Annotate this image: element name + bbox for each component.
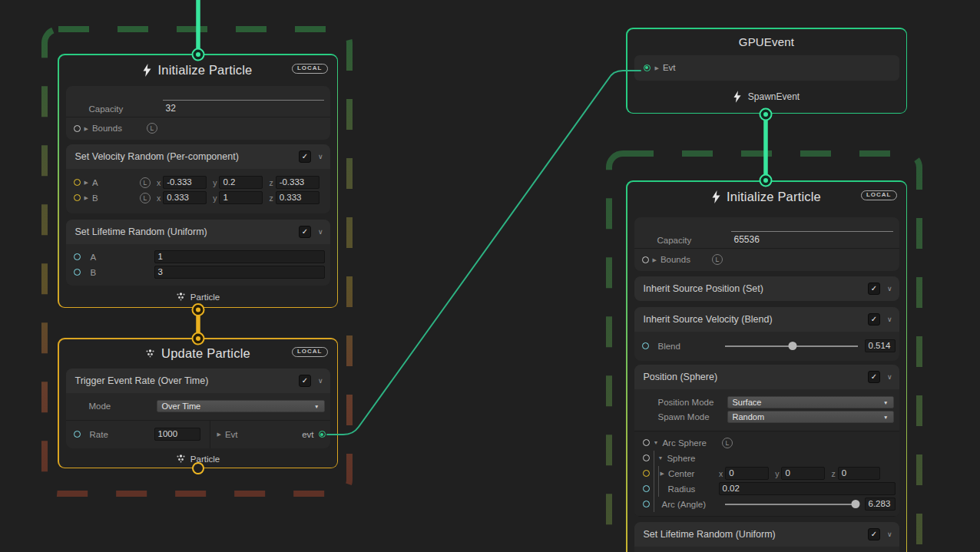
blend-port[interactable] [642, 342, 649, 349]
node-title-bar[interactable]: Update Particle LOCAL [59, 339, 337, 369]
lifetime-row-b: B 3 [66, 265, 330, 280]
node-title-bar[interactable]: GPUEvent [627, 29, 906, 55]
bounds-port[interactable] [74, 125, 81, 132]
node-title-bar[interactable]: Initialize Particle LOCAL [627, 182, 906, 213]
local-space-icon[interactable]: L [140, 193, 151, 203]
node-title: Update Particle [161, 346, 250, 361]
center-port[interactable] [643, 470, 650, 477]
arc-sphere-port[interactable] [643, 439, 650, 446]
chevron-down-icon[interactable]: ∨ [887, 316, 892, 323]
particle-output: Particle [59, 450, 337, 468]
rate-port[interactable] [74, 431, 81, 438]
a-z-field[interactable]: -0.333 [276, 176, 319, 189]
center-y-field[interactable]: 0 [781, 467, 825, 480]
chevron-down-icon[interactable]: ∨ [887, 531, 892, 538]
mode-dropdown[interactable]: Over Time ▼ [157, 400, 325, 412]
position-mode-dropdown[interactable]: Surface ▼ [727, 396, 894, 408]
settings-block: Capacity 65536 ▶ Bounds L [634, 217, 899, 271]
chevron-down-icon[interactable]: ∨ [318, 153, 323, 160]
spawn-mode-row: Spawn Mode Random ▼ [634, 410, 899, 425]
expander-icon[interactable]: ▶ [661, 471, 664, 476]
block-header[interactable]: Inherit Source Velocity (Blend) ✓ ∨ [634, 307, 899, 332]
block-enabled-checkbox[interactable]: ✓ [868, 283, 880, 295]
block-title: Set Velocity Random (Per-component) [75, 151, 239, 162]
expander-icon[interactable]: ▶ [84, 195, 88, 200]
a-port[interactable] [74, 179, 81, 186]
block-header[interactable]: Set Velocity Random (Per-component) ✓ ∨ [66, 144, 330, 169]
block-enabled-checkbox[interactable]: ✓ [868, 528, 880, 540]
block-header[interactable]: Set Lifetime Random (Uniform) ✓ ∨ [66, 220, 330, 244]
b-port[interactable] [74, 269, 81, 276]
block-title: Trigger Event Rate (Over Time) [75, 375, 209, 386]
b-z-field[interactable]: 0.333 [276, 191, 319, 204]
rate-field[interactable]: 1000 [154, 428, 200, 441]
b-y-field[interactable]: 1 [219, 191, 263, 204]
block-header[interactable]: Position (Sphere) ✓ ∨ [634, 365, 899, 389]
mode-value: Over Time [162, 402, 201, 411]
local-space-icon[interactable]: L [712, 254, 723, 265]
radius-port[interactable] [643, 485, 650, 492]
block-header[interactable]: Inherit Source Position (Set) ✓ ∨ [634, 276, 899, 301]
capacity-field[interactable]: 32 [163, 100, 324, 114]
a-field[interactable]: 1 [154, 250, 325, 263]
radius-field[interactable]: 0.02 [719, 482, 896, 495]
evt-input-port[interactable] [644, 64, 651, 71]
capacity-row: Capacity 65536 [634, 217, 899, 248]
expander-icon[interactable]: ▶ [655, 65, 659, 71]
arc-angle-slider[interactable] [725, 504, 858, 505]
initialize-particle-node-left[interactable]: Initialize Particle LOCAL Capacity 32 ▶ … [58, 54, 338, 308]
block-header[interactable]: Set Lifetime Random (Uniform) ✓ ∨ [634, 522, 899, 547]
spawn-mode-dropdown[interactable]: Random ▼ [727, 411, 894, 423]
expander-icon[interactable]: ▶ [84, 180, 88, 185]
local-badge: LOCAL [292, 64, 328, 74]
chevron-down-icon[interactable]: ∨ [887, 373, 892, 381]
blend-value-field[interactable]: 0.514 [865, 339, 896, 352]
local-space-icon[interactable]: L [140, 177, 151, 188]
expander-icon[interactable]: ▶ [653, 257, 657, 263]
block-enabled-checkbox[interactable]: ✓ [299, 226, 311, 238]
a-y-field[interactable]: 0.2 [219, 176, 263, 189]
block-enabled-checkbox[interactable]: ✓ [299, 150, 311, 163]
sphere-port[interactable] [643, 454, 650, 461]
block-header[interactable]: Trigger Event Rate (Over Time) ✓ ∨ [66, 369, 330, 393]
block-enabled-checkbox[interactable]: ✓ [868, 313, 880, 326]
arc-angle-value-field[interactable]: 6.283 [865, 497, 896, 511]
bounds-port[interactable] [642, 256, 649, 263]
position-mode-label: Position Mode [658, 398, 727, 407]
expander-icon[interactable]: ▶ [84, 126, 88, 131]
a-x-field[interactable]: -0.333 [163, 176, 207, 189]
chevron-down-icon[interactable]: ∨ [318, 377, 323, 385]
node-title-bar[interactable]: Initialize Particle LOCAL [59, 55, 337, 86]
chevron-down-icon[interactable]: ∨ [887, 285, 892, 293]
arc-angle-port[interactable] [643, 501, 650, 507]
block-enabled-checkbox[interactable]: ✓ [868, 371, 880, 383]
center-z-field[interactable]: 0 [838, 467, 880, 480]
arc-sphere-row: ▼ Arc Sphere L [634, 435, 899, 451]
b-port[interactable] [74, 194, 81, 201]
particle-icon [145, 349, 155, 358]
gpu-event-node[interactable]: GPUEvent ▶ Evt SpawnEvent [626, 28, 907, 114]
expander-down-icon[interactable]: ▼ [658, 455, 664, 461]
update-particle-node[interactable]: Update Particle LOCAL Trigger Event Rate… [58, 338, 338, 468]
y-axis-label: y [213, 178, 217, 187]
particle-output-label: Particle [190, 454, 220, 464]
local-space-icon[interactable]: L [147, 123, 157, 134]
blend-slider[interactable] [725, 345, 858, 347]
capacity-field[interactable]: 65536 [731, 231, 893, 245]
block-enabled-checkbox[interactable]: ✓ [299, 375, 311, 387]
z-axis-label: z [269, 193, 273, 203]
a-port[interactable] [74, 253, 81, 260]
evt-output-port[interactable] [319, 431, 326, 438]
initialize-particle-node-right[interactable]: Initialize Particle LOCAL Capacity 65536… [626, 180, 907, 552]
local-space-icon[interactable]: L [722, 438, 733, 448]
blend-slider-handle[interactable] [789, 342, 797, 350]
b-x-field[interactable]: 0.333 [163, 191, 207, 204]
vfx-graph-canvas[interactable]: { "icons": { "check": "✓", "chevron_down… [0, 0, 980, 552]
b-field[interactable]: 3 [154, 266, 325, 279]
expander-down-icon[interactable]: ▼ [654, 440, 659, 445]
arc-angle-slider-handle[interactable] [851, 500, 859, 508]
spawn-event-output: SpawnEvent [627, 91, 906, 103]
expander-icon[interactable]: ▶ [217, 431, 221, 437]
chevron-down-icon[interactable]: ∨ [318, 228, 323, 236]
center-x-field[interactable]: 0 [725, 467, 769, 480]
